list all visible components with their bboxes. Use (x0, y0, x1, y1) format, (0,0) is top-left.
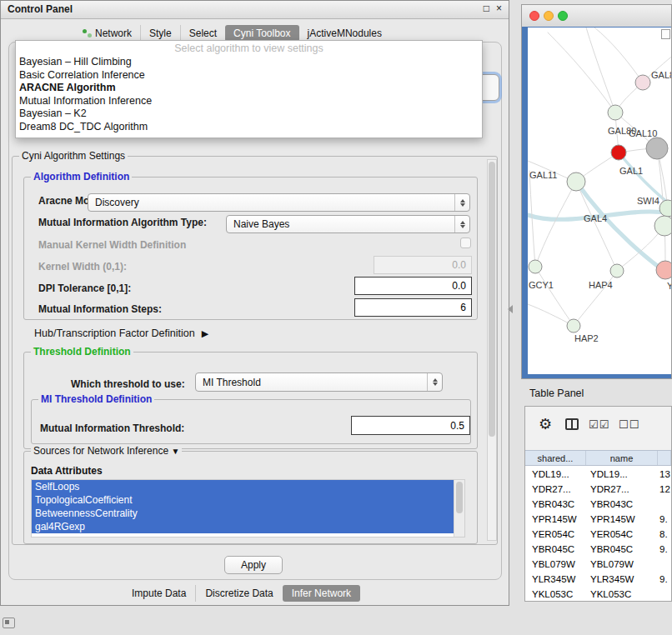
network-graph: GAL8GAL80GAL10GAL11GAL1SWI4GAL4GCY1HAP4H… (528, 28, 671, 372)
attribute-item-betweennesscentrality[interactable]: BetweennessCentrality (32, 507, 454, 520)
attribute-item-gal4rgexp[interactable]: gal4RGexp (32, 520, 454, 533)
splitter-handle[interactable] (508, 305, 513, 313)
table-cell: YDL19... (586, 467, 658, 482)
mi-threshold-label: Mutual Information Threshold: (40, 422, 184, 434)
network-edge (574, 271, 617, 326)
table-row[interactable]: YDR27...YDR27...12 (525, 482, 671, 497)
table-cell: YBR045C (586, 542, 658, 557)
table-cell: YPR145W (586, 512, 658, 527)
attribute-item-selfloops[interactable]: SelfLoops (32, 480, 454, 493)
combo-arrows-icon (454, 216, 469, 232)
table-cell: YDL19... (525, 467, 586, 482)
network-canvas[interactable]: GAL8GAL80GAL10GAL11GAL1SWI4GAL4GCY1HAP4H… (528, 28, 671, 374)
algorithm-option-aracne-algorithm[interactable]: ARACNE Algorithm (16, 82, 482, 95)
table-cell: 12 (658, 482, 671, 497)
checked-boxes-icon[interactable]: ☑☑ (589, 418, 609, 431)
table-cell: YDR27... (525, 482, 586, 497)
network-node[interactable] (635, 75, 650, 90)
table-toolbar: ⚙ ☑☑ ☐☐ (525, 407, 671, 450)
network-node[interactable] (646, 138, 668, 159)
algorithm-option-basic-correlation-inference[interactable]: Basic Correlation Inference (16, 69, 482, 82)
unchecked-boxes-icon[interactable]: ☐☐ (619, 418, 639, 431)
column-header-shared[interactable]: shared... (525, 451, 586, 465)
kernel-width-label: Kernel Width (0,1): (38, 261, 127, 272)
dpi-tolerance-input[interactable] (354, 277, 472, 295)
table-row[interactable]: YBR045CYBR045C9. (525, 542, 671, 557)
window-title: Control Panel (8, 3, 73, 15)
collapsed-arrow-icon: ▶ (202, 328, 208, 339)
table-row[interactable]: YBR043CYBR043C (525, 497, 671, 512)
aracne-mode-select[interactable]: Discovery (88, 193, 470, 212)
tab-infer-network[interactable]: Infer Network (283, 585, 360, 602)
table-row[interactable]: YBL079WYBL079W (525, 557, 671, 572)
list-scrollbar[interactable] (454, 480, 464, 537)
network-node[interactable] (610, 264, 624, 278)
algorithm-option-bayesian-hill-climbing[interactable]: Bayesian – Hill Climbing (16, 56, 482, 69)
data-attributes-list[interactable]: SelfLoopsTopologicalCoefficientBetweenne… (31, 479, 465, 538)
tab-cyni-toolbox[interactable]: Cyni Toolbox (225, 25, 298, 42)
node-label: GAL1 (619, 166, 643, 176)
apply-button[interactable]: Apply (224, 556, 283, 574)
node-label: Y (667, 281, 671, 291)
apply-button-label: Apply (241, 559, 266, 571)
close-icon[interactable]: × (496, 2, 502, 14)
network-node[interactable] (529, 260, 542, 273)
mi-steps-input[interactable] (354, 298, 472, 317)
settings-scrollbar-thumb[interactable] (489, 162, 495, 437)
node-label: GCY1 (529, 280, 554, 290)
restore-panel-icon[interactable] (3, 618, 15, 628)
settings-scrollbar[interactable] (487, 159, 497, 541)
close-traffic-light-icon[interactable] (529, 11, 539, 21)
table-body: YDL19...YDL19...13YDR27...YDR27...12YBR0… (525, 467, 671, 601)
algorithm-option-dream8-dc-tdc-algorithm[interactable]: Dream8 DC_TDC Algorithm (16, 121, 482, 134)
network-node[interactable] (567, 172, 585, 191)
algorithm-option-mutual-information-inference[interactable]: Mutual Information Inference (16, 95, 482, 108)
kernel-width-input[interactable] (374, 256, 472, 274)
network-edge (586, 28, 615, 112)
network-node[interactable] (567, 319, 580, 332)
table-cell: YBL079W (525, 557, 586, 572)
control-panel-window: Control Panel □ × NetworkStyleSelectCyni… (0, 0, 509, 606)
column-header-name[interactable]: name (586, 451, 658, 465)
network-edge (535, 182, 576, 267)
tab-impute-data[interactable]: Impute Data (123, 585, 195, 602)
table-row[interactable]: YLR345WYLR345W9. (525, 572, 671, 587)
table-row[interactable]: YKL053CYKL053C (525, 587, 671, 601)
network-node[interactable] (608, 105, 623, 120)
network-node[interactable] (611, 145, 626, 160)
which-threshold-select[interactable]: MI Threshold (195, 372, 443, 392)
table-row[interactable]: YDL19...YDL19...13 (525, 467, 671, 482)
tab-network[interactable]: Network (74, 25, 140, 42)
mi-type-select[interactable]: Naive Bayes (226, 215, 470, 233)
tab-style[interactable]: Style (140, 25, 180, 42)
minimize-traffic-light-icon[interactable] (544, 11, 554, 21)
attribute-item-topologicalcoefficient[interactable]: TopologicalCoefficient (32, 493, 454, 507)
columns-icon[interactable] (565, 418, 579, 430)
node-label: HAP2 (574, 333, 599, 343)
tab-label: Network (95, 28, 132, 39)
table-row[interactable]: YPR145WYPR145W9. (525, 512, 671, 527)
table-cell: YBR043C (586, 497, 658, 512)
tab-select[interactable]: Select (180, 25, 225, 42)
manual-kernel-checkbox[interactable] (460, 238, 471, 248)
algorithm-dropdown-popup: Select algorithm to view settings Bayesi… (15, 40, 483, 138)
list-scrollbar-thumb[interactable] (456, 482, 463, 513)
tab-jactivemnodules[interactable]: jActiveMNodules (299, 25, 390, 42)
gear-icon[interactable]: ⚙ (539, 415, 552, 433)
tab-label: jActiveMNodules (308, 28, 382, 39)
algorithm-option-bayesian-k2[interactable]: Bayesian – K2 (16, 108, 482, 121)
mi-threshold-input[interactable] (351, 416, 470, 435)
expanded-arrow-icon[interactable]: ▼ (171, 447, 179, 456)
tab-discretize-data[interactable]: Discretize Data (195, 585, 282, 602)
float-window-icon[interactable]: □ (484, 2, 489, 14)
table-row[interactable]: YER054CYER054C8. (525, 527, 671, 542)
network-window-titlebar (522, 5, 671, 28)
zoom-traffic-light-icon[interactable] (558, 11, 568, 21)
aracne-mode-value: Discovery (88, 197, 454, 208)
hub-definition-toggle[interactable]: Hub/Transcription Factor Definition ▶ (34, 328, 208, 339)
column-header-blank[interactable] (658, 451, 671, 465)
mi-steps-label: Mutual Information Steps: (38, 303, 162, 315)
network-node[interactable] (654, 216, 671, 236)
combo-arrows-icon (427, 373, 442, 391)
network-node[interactable] (656, 261, 671, 279)
